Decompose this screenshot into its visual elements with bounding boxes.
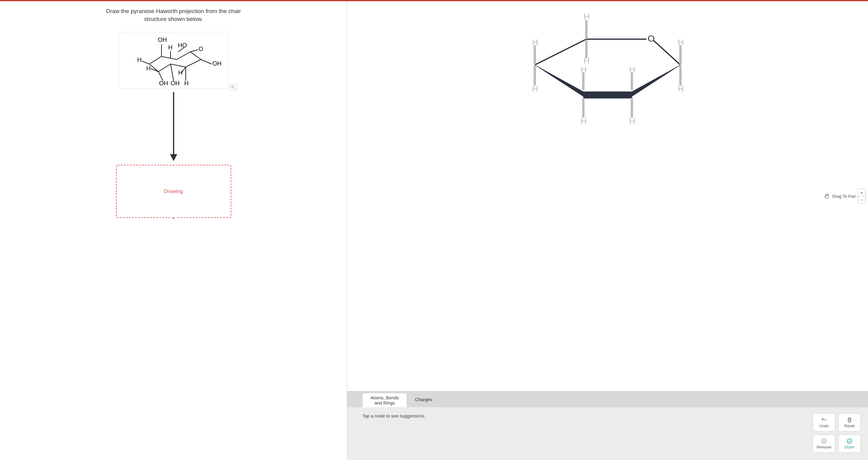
- canvas-side-controls: Drag To Pan + −: [824, 189, 866, 204]
- action-buttons: Undo Reset Remove Done: [813, 413, 861, 453]
- trash-icon: [846, 417, 853, 423]
- svg-line-3: [142, 61, 149, 64]
- svg-marker-31: [632, 65, 680, 96]
- svg-point-53: [847, 439, 852, 443]
- undo-icon: [820, 417, 827, 423]
- reset-button[interactable]: Reset: [838, 413, 861, 431]
- question-text: Draw the pyranose Haworth projection fro…: [95, 7, 252, 23]
- svg-text:OH: OH: [158, 36, 167, 43]
- svg-marker-29: [535, 65, 583, 96]
- remove-button[interactable]: Remove: [813, 434, 835, 453]
- svg-text:H[interactable]: H: [532, 84, 538, 93]
- svg-line-26: [535, 39, 586, 65]
- check-circle-icon: [846, 438, 853, 444]
- svg-text:H[interactable]: H: [584, 56, 590, 65]
- svg-text:OH: OH: [170, 80, 180, 87]
- haworth-ring-svg[interactable]: O: [501, 10, 714, 141]
- zoom-in-button[interactable]: +: [858, 189, 865, 196]
- tab-atoms-bonds-rings[interactable]: Atoms, Bondsand Rings: [362, 393, 407, 407]
- svg-text:OH: OH: [212, 60, 222, 67]
- tools-body: Tap a node to see suggestions. Undo Rese…: [347, 407, 868, 460]
- suggestion-text: Tap a node to see suggestions.: [362, 413, 426, 453]
- tab-atoms-label: Atoms, Bondsand Rings: [371, 395, 399, 406]
- svg-point-22: [231, 86, 234, 88]
- svg-line-0: [190, 50, 198, 52]
- svg-text:H: H: [184, 80, 188, 87]
- svg-text:H[interactable]: H: [678, 84, 684, 93]
- svg-line-4: [151, 68, 158, 71]
- svg-text:H: H: [137, 56, 142, 63]
- drag-to-pan-label: Drag To Pan: [832, 194, 856, 199]
- undo-button[interactable]: Undo: [813, 413, 835, 431]
- svg-text:H[interactable]: H: [581, 117, 587, 126]
- main-layout: Draw the pyranose Haworth projection fro…: [0, 1, 868, 460]
- svg-text:H[interactable]: H: [532, 38, 538, 47]
- transform-arrow: [119, 92, 228, 162]
- drawing-target-zone[interactable]: Drawing ⌄: [116, 165, 231, 218]
- done-button[interactable]: Done: [838, 434, 861, 453]
- svg-text:O: O: [198, 45, 203, 52]
- svg-text:H[interactable]: H: [678, 38, 684, 47]
- ring-oxygen-label: O: [648, 33, 655, 43]
- right-panel: O: [347, 1, 868, 460]
- svg-text:H[interactable]: H: [581, 65, 587, 74]
- chevron-down-icon[interactable]: ⌄: [170, 214, 177, 220]
- svg-marker-25: [170, 154, 177, 161]
- svg-line-6: [170, 64, 174, 81]
- magnify-icon[interactable]: [229, 84, 237, 90]
- tab-charges[interactable]: Charges: [407, 392, 440, 407]
- svg-line-9: [201, 59, 212, 64]
- close-circle-icon: [820, 438, 827, 444]
- zoom-controls: + −: [858, 189, 866, 204]
- drawing-zone-label: Drawing: [164, 188, 183, 194]
- svg-line-28: [654, 41, 680, 65]
- svg-line-23: [234, 88, 235, 89]
- drawing-canvas[interactable]: O: [347, 1, 868, 391]
- tool-tabs: Atoms, Bondsand Rings Charges: [347, 392, 868, 407]
- svg-text:H: H: [178, 69, 182, 76]
- hand-icon: [824, 193, 830, 200]
- svg-text:H[interactable]: H: [584, 12, 590, 21]
- svg-text:H: H: [146, 65, 151, 71]
- left-panel: Draw the pyranose Haworth projection fro…: [0, 1, 347, 460]
- chair-structure-card: OH H HO O H H OH H OH OH H: [119, 32, 228, 89]
- svg-text:OH: OH: [159, 80, 168, 87]
- zoom-out-button[interactable]: −: [858, 196, 865, 204]
- svg-text:H[interactable]: H: [629, 117, 635, 126]
- tools-panel: Atoms, Bondsand Rings Charges Tap a node…: [347, 391, 868, 460]
- svg-line-5: [158, 71, 163, 81]
- svg-text:HO: HO: [178, 42, 187, 49]
- svg-text:H[interactable]: H: [629, 65, 635, 74]
- chair-structure-svg: OH H HO O H H OH H OH OH H: [125, 35, 222, 87]
- svg-text:H: H: [168, 44, 173, 51]
- svg-marker-30: [583, 92, 632, 98]
